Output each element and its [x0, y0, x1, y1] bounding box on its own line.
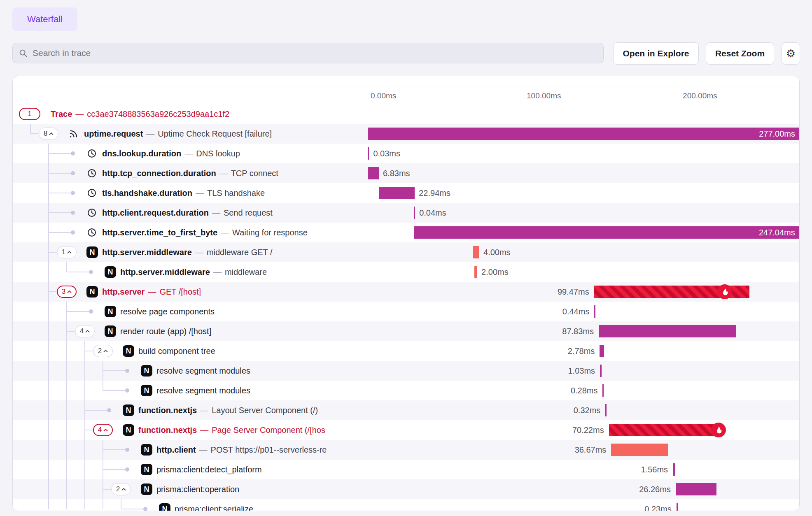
trace-row[interactable]: 8uptime.request—Uptime Check Request [fa…	[13, 124, 799, 144]
span-tree-cell: 4Nfunction.nextjs—Page Server Component …	[13, 420, 368, 440]
tree-connector	[49, 252, 57, 253]
child-count: 8	[44, 130, 47, 138]
chevron-up-icon	[121, 488, 126, 491]
trace-row[interactable]: 2Nprisma:client:operation26.26ms	[13, 479, 799, 499]
trace-row[interactable]: Nprisma:client:serialize0.23ms	[13, 499, 799, 511]
collapse-badge[interactable]: 1	[19, 108, 40, 120]
span-bar[interactable]	[677, 503, 678, 511]
trace-row[interactable]: Nhttp.server.middleware—middleware2.00ms	[13, 262, 799, 282]
span-bar[interactable]	[414, 207, 415, 219]
span-bar[interactable]	[609, 424, 719, 436]
gridline	[524, 479, 524, 499]
panel-divider	[368, 420, 368, 440]
collapse-badge[interactable]: 8	[39, 128, 58, 140]
trace-row[interactable]: http.server.time_to_first_byte—Waiting f…	[13, 223, 799, 242]
trace-row[interactable]: 4Nfunction.nextjs—Page Server Component …	[13, 420, 799, 440]
span-title: resolve page components	[120, 302, 215, 321]
span-bar[interactable]	[474, 266, 478, 278]
span-separator: —	[181, 149, 196, 158]
tree-connector	[49, 153, 71, 154]
chevron-up-icon	[67, 251, 72, 254]
reset-zoom-button[interactable]: Reset Zoom	[706, 42, 774, 65]
span-bar[interactable]	[600, 365, 602, 377]
tree-connector	[103, 449, 125, 450]
search-input[interactable]	[32, 48, 597, 58]
gridline	[680, 440, 680, 460]
tree-guide	[48, 321, 49, 341]
span-bar[interactable]	[379, 187, 415, 199]
tree-connector	[103, 469, 125, 470]
span-op: prisma:client:operation	[156, 485, 239, 494]
tree-connector	[49, 291, 57, 292]
tree-connector	[67, 311, 89, 312]
span-bar[interactable]	[605, 404, 607, 416]
gridline	[680, 499, 680, 511]
trace-row[interactable]: Nresolve segment modules0.28ms	[13, 381, 799, 400]
trace-row[interactable]: 3Nhttp.server—GET /[host]99.47ms	[13, 282, 799, 302]
collapse-badge[interactable]: 1	[57, 246, 77, 258]
collapse-badge[interactable]: 2	[93, 345, 113, 357]
span-title: http.client—POST https://p01--serverless…	[156, 440, 327, 460]
span-bar[interactable]	[602, 384, 604, 397]
span-bar[interactable]	[611, 444, 668, 456]
tab-waterfall[interactable]: Waterfall	[12, 7, 77, 31]
span-op: function.nextjs	[138, 406, 197, 415]
span-description: Layout Server Component (/)	[212, 406, 318, 415]
span-tree-cell: Nhttp.client—POST https://p01--serverles…	[13, 440, 368, 460]
trace-row[interactable]: 4Nrender route (app) /[host]87.83ms	[13, 321, 799, 341]
trace-row[interactable]: 2Nbuild component tree2.78ms	[13, 341, 799, 361]
span-separator: —	[72, 109, 87, 119]
span-tree-cell: 2Nbuild component tree	[13, 341, 368, 361]
trace-row[interactable]: 1Trace—cc3ae3748883563a926c253d9aa1c1f2	[13, 104, 799, 124]
trace-row[interactable]: Nresolve segment modules1.03ms	[13, 361, 799, 381]
span-title: resolve segment modules	[156, 381, 250, 400]
trace-row[interactable]: 1Nhttp.server.middleware—middleware GET …	[13, 242, 799, 262]
collapse-badge[interactable]: 2	[111, 483, 131, 495]
tree-connector	[49, 232, 71, 233]
span-separator: —	[145, 287, 159, 296]
gridline	[524, 321, 524, 341]
trace-row[interactable]: http.tcp_connection.duration—TCP connect…	[13, 163, 799, 183]
tree-guide	[48, 262, 49, 282]
tree-guide	[66, 400, 67, 420]
span-bar[interactable]: 277.00ms	[368, 128, 800, 140]
trace-row[interactable]: dns.lookup.duration—DNS lookup0.03ms	[13, 144, 799, 163]
open-in-explore-button[interactable]: Open in Explore	[613, 42, 699, 65]
span-description: middleware GET /	[207, 248, 273, 257]
tree-guide	[30, 124, 31, 134]
span-title: http.tcp_connection.duration—TCP connect	[102, 163, 278, 183]
clock-icon	[86, 207, 97, 218]
panel-divider	[368, 341, 368, 361]
settings-button[interactable]: ⚙	[782, 42, 800, 65]
trace-row[interactable]: Nhttp.client—POST https://p01--serverles…	[13, 440, 799, 460]
trace-row[interactable]: Nprisma:client:detect_platform1.56ms	[13, 460, 799, 479]
span-separator: —	[217, 228, 232, 237]
collapse-badge[interactable]: 3	[57, 286, 77, 298]
trace-row[interactable]: Nfunction.nextjs—Layout Server Component…	[13, 400, 799, 420]
nextjs-icon: N	[105, 325, 116, 337]
span-bar[interactable]: 247.04ms	[414, 226, 800, 239]
tree-connector	[103, 370, 125, 371]
span-tree-cell: 2Nprisma:client:operation	[13, 479, 368, 499]
span-bar[interactable]	[594, 305, 595, 318]
span-tree-cell: Nresolve segment modules	[13, 361, 368, 381]
span-bar[interactable]	[368, 167, 379, 179]
trace-search[interactable]	[12, 43, 604, 63]
tree-guide	[48, 479, 49, 499]
trace-row[interactable]: http.client.request.duration—Send reques…	[13, 203, 799, 223]
collapse-badge[interactable]: 4	[93, 424, 113, 436]
span-tree-cell: http.tcp_connection.duration—TCP connect	[13, 163, 368, 183]
trace-row[interactable]: tls.handshake.duration—TLS handshake22.9…	[13, 183, 799, 203]
collapse-badge[interactable]: 4	[75, 325, 95, 337]
span-tree-cell: 3Nhttp.server—GET /[host]	[13, 282, 368, 302]
span-bar[interactable]	[600, 345, 604, 357]
span-bar[interactable]	[599, 325, 736, 337]
span-tree-cell: Nfunction.nextjs—Layout Server Component…	[13, 400, 368, 420]
span-bar[interactable]	[368, 147, 369, 160]
span-bar[interactable]	[673, 463, 675, 476]
span-bar[interactable]	[473, 246, 479, 258]
trace-row[interactable]: Nresolve page components0.44ms	[13, 302, 799, 321]
span-bar[interactable]	[676, 483, 717, 495]
panel-divider	[368, 76, 368, 88]
tree-dot	[71, 191, 75, 195]
